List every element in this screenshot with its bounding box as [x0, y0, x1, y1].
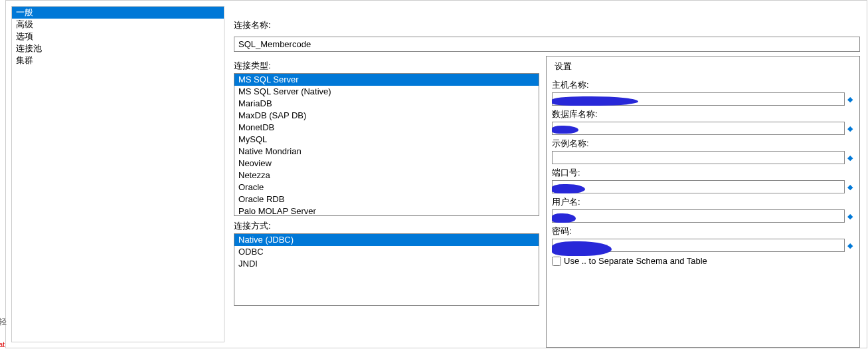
port-input[interactable] [552, 180, 845, 193]
db-field-group: 数据库名称: ◆ [552, 108, 854, 135]
password-field-group: 密码: ◆ [552, 225, 854, 252]
list-item[interactable]: ODBC [234, 246, 539, 258]
db-input[interactable] [552, 122, 845, 135]
list-item[interactable]: Oracle [234, 181, 539, 193]
password-input[interactable] [552, 239, 845, 252]
user-label: 用户名: [552, 196, 854, 208]
columns: 连接类型: MS SQL Server MS SQL Server (Nativ… [234, 56, 860, 348]
schema-separator-checkbox[interactable] [552, 257, 561, 266]
instance-field-group: 示例名称: ◆ [552, 138, 854, 164]
list-item[interactable]: MS SQL Server (Native) [234, 86, 539, 98]
db-label: 数据库名称: [552, 108, 854, 120]
main-panel: 连接名称: 连接类型: MS SQL Server MS SQL Server … [227, 1, 867, 348]
list-item[interactable]: MySQL [234, 134, 539, 146]
connection-type-label: 连接类型: [234, 60, 539, 72]
port-field-group: 端口号: ◆ [552, 167, 854, 193]
list-item[interactable]: MS SQL Server [234, 74, 539, 86]
list-item[interactable]: Palo MOLAP Server [234, 205, 539, 215]
variable-icon[interactable]: ◆ [846, 95, 854, 104]
settings-panel: 设置 主机名称: ◆ 数据库名称: ◆ [546, 56, 860, 348]
sidebar-item-pooling[interactable]: 连接池 [12, 43, 224, 55]
left-column: 连接类型: MS SQL Server MS SQL Server (Nativ… [234, 56, 539, 348]
settings-title: 设置 [555, 60, 854, 72]
host-field-group: 主机名称: ◆ [552, 79, 854, 106]
list-item[interactable]: MonetDB [234, 122, 539, 134]
variable-icon[interactable]: ◆ [846, 124, 854, 133]
list-item[interactable]: Netezza [234, 170, 539, 181]
list-item[interactable]: MaxDB (SAP DB) [234, 110, 539, 122]
sidebar-item-advanced[interactable]: 高级 [12, 19, 224, 31]
list-item[interactable]: Neoview [234, 158, 539, 170]
sidebar-tabs: 一般 高级 选项 连接池 集群 [11, 6, 224, 342]
password-label: 密码: [552, 225, 854, 237]
variable-icon[interactable]: ◆ [846, 154, 854, 162]
list-item[interactable]: Native Mondrian [234, 146, 539, 158]
connection-access-label: 连接方式: [234, 220, 539, 232]
sidebar-item-options[interactable]: 选项 [12, 31, 224, 43]
connection-type-listbox[interactable]: MS SQL Server MS SQL Server (Native) Mar… [234, 73, 539, 216]
user-input[interactable] [552, 209, 845, 223]
schema-separator-row: Use .. to Separate Schema and Table [552, 256, 854, 266]
sidebar-item-cluster[interactable]: 集群 [12, 55, 224, 66]
left-margin-text: at [0, 340, 5, 348]
connection-name-label: 连接名称: [234, 19, 860, 31]
connection-name-input[interactable] [234, 37, 860, 52]
list-item[interactable]: Native (JDBC) [234, 234, 539, 246]
variable-icon[interactable]: ◆ [846, 212, 854, 221]
connection-access-listbox[interactable]: Native (JDBC) ODBC JNDI [234, 233, 539, 306]
sidebar-item-general[interactable]: 一般 [12, 7, 224, 19]
variable-icon[interactable]: ◆ [846, 241, 854, 250]
dialog-window: 一般 高级 选项 连接池 集群 连接名称: 连接类型: MS SQL Serve… [5, 0, 867, 348]
port-label: 端口号: [552, 167, 854, 179]
host-input[interactable] [552, 92, 845, 106]
instance-label: 示例名称: [552, 138, 854, 150]
list-item[interactable]: Oracle RDB [234, 193, 539, 205]
left-margin-misc: 轻 [0, 316, 7, 328]
list-item[interactable]: JNDI [234, 258, 539, 270]
list-item[interactable]: MariaDB [234, 98, 539, 110]
variable-icon[interactable]: ◆ [846, 183, 854, 191]
host-label: 主机名称: [552, 79, 854, 91]
instance-input[interactable] [552, 151, 845, 164]
schema-separator-label: Use .. to Separate Schema and Table [564, 256, 707, 266]
user-field-group: 用户名: ◆ [552, 196, 854, 223]
